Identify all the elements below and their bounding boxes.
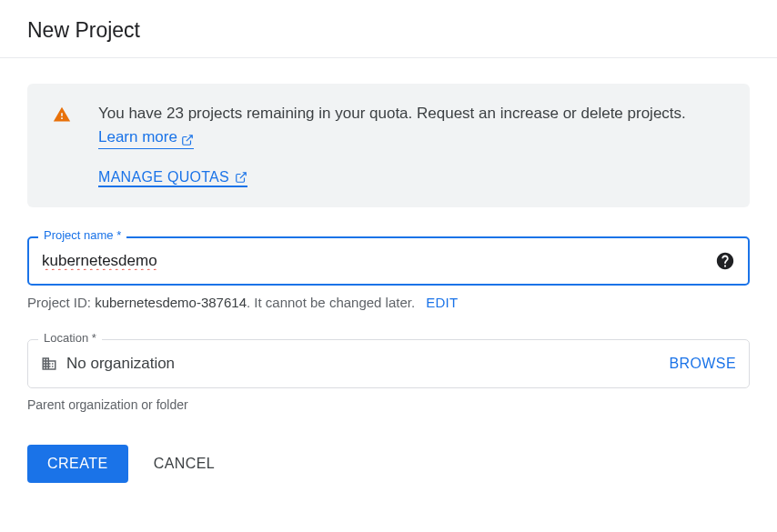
project-id-row: Project ID: kubernetesdemo-387614. It ca… — [27, 295, 750, 310]
project-name-field: Project name * — [27, 236, 750, 286]
quota-count: 23 — [166, 105, 184, 122]
quota-prefix: You have — [98, 105, 166, 122]
learn-more-link[interactable]: Learn more — [98, 125, 194, 150]
location-label: Location * — [38, 331, 102, 345]
project-name-label: Project name * — [38, 228, 126, 242]
manage-quotas-link[interactable]: MANAGE QUOTAS — [98, 169, 247, 187]
browse-button[interactable]: BROWSE — [669, 356, 736, 372]
location-value: No organization — [66, 355, 175, 373]
location-field: Location * No organization BROWSE — [27, 339, 750, 388]
external-link-icon — [235, 171, 247, 184]
project-id-text: Project ID: kubernetesdemo-387614. It ca… — [27, 295, 415, 310]
help-icon[interactable] — [715, 251, 735, 271]
manage-quotas-label: MANAGE QUOTAS — [98, 169, 229, 186]
quota-message: You have 23 projects remaining in your q… — [98, 102, 724, 149]
action-buttons: CREATE CANCEL — [27, 445, 750, 483]
learn-more-label: Learn more — [98, 125, 177, 149]
quota-panel: You have 23 projects remaining in your q… — [27, 84, 750, 207]
organization-icon — [41, 356, 57, 372]
page-content: You have 23 projects remaining in your q… — [0, 58, 777, 508]
edit-project-id-link[interactable]: EDIT — [426, 295, 458, 310]
cancel-button[interactable]: CANCEL — [154, 456, 215, 472]
project-name-input[interactable] — [42, 252, 706, 270]
quota-body: You have 23 projects remaining in your q… — [98, 102, 724, 187]
external-link-icon — [181, 130, 194, 143]
quota-suffix: projects remaining in your quota. Reques… — [184, 105, 686, 122]
page-title: New Project — [27, 18, 750, 43]
page-header: New Project — [0, 0, 777, 58]
warning-icon — [53, 105, 71, 124]
create-button[interactable]: CREATE — [27, 445, 128, 483]
location-helper: Parent organization or folder — [27, 397, 750, 412]
